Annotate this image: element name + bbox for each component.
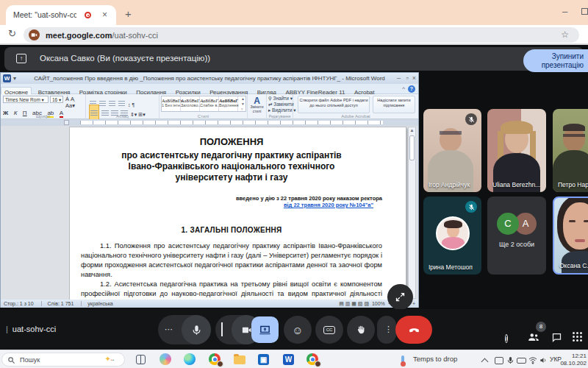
doc-title-line: ПОЛОЖЕННЯ — [81, 136, 382, 147]
new-tab-button[interactable]: + — [125, 7, 132, 20]
ruler-band — [80, 121, 383, 124]
word-maximize-button[interactable]: ▫ — [406, 74, 409, 82]
participant-tile[interactable]: Uliana Berezhn... — [487, 109, 546, 192]
captions-button[interactable]: CC — [315, 316, 343, 344]
task-view-icon[interactable] — [136, 353, 148, 366]
browser-tab[interactable]: Meet: "uat-sohv-cci" × — [6, 5, 116, 25]
camera-options-icon[interactable] — [221, 324, 223, 337]
reload-icon[interactable]: ↻ — [8, 28, 16, 39]
doc-order-link[interactable]: від 22 травня 2020 року №104"а" — [81, 202, 382, 208]
weather-text[interactable]: Temps to drop — [413, 355, 457, 363]
hair — [501, 121, 533, 134]
vertical-scrollbar[interactable]: ▲ — [408, 127, 416, 299]
window-minimize-button[interactable]: – — [562, 6, 567, 17]
mic-control[interactable]: ⋯ — [158, 315, 211, 344]
browser-toolbar: ↻ meet.google.com/uat-sohv-cci ☆ — [0, 25, 588, 45]
url-host: meet.google.com — [46, 31, 112, 40]
document-page[interactable]: ПОЛОЖЕННЯ про асистентську педагогічну п… — [69, 127, 406, 300]
activities-button[interactable] — [573, 332, 582, 342]
send-signature-button[interactable]: Надіслати запити підписання — [373, 96, 415, 113]
mic-off-badge-icon — [465, 201, 477, 213]
overflow-participants-tile[interactable]: C A Ще 2 особи — [487, 197, 546, 275]
create-pdf-button[interactable]: Створити файл Adobe PDF і надати до ньог… — [298, 96, 370, 113]
reactions-button[interactable]: ☺ — [284, 316, 312, 344]
status-language[interactable]: українська — [81, 301, 112, 306]
select-button[interactable]: ▸ Виділити ▾ — [268, 107, 295, 113]
word-quick-access-toolbar[interactable]: ▾ — [13, 75, 16, 82]
self-tile[interactable]: Оксана С... — [553, 197, 588, 275]
edge-icon[interactable] — [184, 353, 196, 366]
avatar-letter: C — [497, 213, 519, 235]
style-item-2[interactable]: АаБбВвГСлабке в... — [200, 96, 219, 111]
editing-group-label: Редагування — [267, 114, 293, 118]
style-item-0[interactable]: АаБбВвГг.1 Без інте... — [162, 96, 181, 111]
styles-gallery[interactable]: АаБбВвГг.1 Без інте... АаБбВвГЗаголово..… — [161, 96, 246, 112]
chrome-profile-icon[interactable] — [306, 353, 319, 366]
font-name-select[interactable]: Times New Rom ▾ — [3, 96, 49, 103]
tab-close-icon[interactable]: × — [102, 10, 107, 20]
style-item-1[interactable]: АаБбВвГЗаголово... — [181, 96, 200, 111]
styles-gallery-scroll[interactable]: ▲▼▿ — [241, 96, 245, 112]
raise-hand-button[interactable] — [347, 316, 375, 344]
change-styles-button[interactable]: А Змінити стилі — [248, 94, 267, 119]
participant-name: Uliana Berezhn... — [492, 181, 540, 188]
status-page: Стор.: 1 з 10 — [4, 301, 34, 306]
participant-tile[interactable]: Ігор Андрійчук — [423, 109, 481, 192]
grow-shrink-font-icons[interactable]: А́ А̦ Аа▾ — [65, 96, 85, 109]
glasses — [563, 134, 585, 137]
word-status-bar: Стор.: 1 з 10 Слів: 1 751 українська ▤ ▥… — [1, 300, 418, 308]
word-minimize-button[interactable]: – — [397, 74, 401, 82]
scroll-up-icon[interactable]: ▲ — [409, 127, 415, 134]
file-explorer-icon[interactable] — [234, 353, 246, 366]
chrome-icon[interactable] — [209, 353, 221, 366]
replace-button[interactable]: ⇄ Замінити — [268, 102, 295, 107]
url-path: /uat-sohv-cci — [112, 31, 157, 40]
ribbon-group-styles: АаБбВвГг.1 Без інте... АаБбВвГЗаголово..… — [159, 94, 248, 119]
window-maximize-button[interactable] — [581, 8, 588, 15]
url-text: meet.google.com/uat-sohv-cci — [46, 31, 158, 40]
participants-button[interactable] — [527, 332, 540, 343]
ribbon-collapse-icon[interactable]: ^ — [402, 85, 405, 92]
word-taskbar-icon[interactable]: W — [283, 353, 295, 366]
present-now-button[interactable] — [251, 316, 279, 343]
tray-expand-icon[interactable] — [482, 353, 495, 366]
tab-selector-box[interactable] — [64, 120, 69, 125]
chat-button[interactable] — [551, 332, 562, 343]
document-area[interactable]: ПОЛОЖЕННЯ про асистентську педагогічну п… — [1, 126, 418, 300]
participant-tile[interactable]: Петро Нар... — [553, 109, 588, 192]
avatar — [436, 216, 470, 250]
search-icon — [7, 356, 15, 364]
present-screen-icon: ↑ — [16, 54, 26, 63]
doc-section-heading: 1. ЗАГАЛЬНІ ПОЛОЖЕННЯ — [81, 226, 382, 234]
stop-presenting-button[interactable]: Зупинити презентацію — [523, 49, 588, 72]
style-item-3[interactable]: АаБбВвГВиділення — [219, 96, 238, 111]
tray-battery-icon[interactable] — [517, 353, 529, 366]
camera-in-use-chip-icon[interactable] — [29, 29, 40, 40]
save-app-icon[interactable]: ▣ — [258, 353, 270, 366]
mic-options-icon[interactable]: ⋯ — [165, 325, 173, 334]
participant-name: Ірина Метошоп — [429, 263, 473, 271]
doc-title-line: про асистентську педагогічну практику ас… — [81, 150, 382, 161]
horizontal-ruler[interactable] — [1, 119, 418, 126]
url-bar[interactable]: meet.google.com/uat-sohv-cci ☆ — [24, 27, 579, 43]
more-options-button[interactable]: ⋮ — [377, 316, 396, 344]
taskbar-clock[interactable]: 12:2108.10.202 — [560, 353, 587, 367]
leave-call-button[interactable] — [395, 316, 432, 344]
meeting-details-button[interactable]: i — [505, 330, 508, 344]
scrollbar-thumb[interactable] — [409, 135, 415, 160]
tray-window-icon[interactable] — [495, 353, 507, 366]
expand-presentation-button[interactable] — [387, 284, 413, 310]
mic-icon[interactable] — [182, 315, 211, 344]
find-button[interactable]: ⚲ Знайти ▾ — [268, 96, 295, 102]
font-size-select[interactable]: 16 ▾ — [50, 96, 63, 103]
copilot-icon[interactable] — [159, 353, 172, 366]
change-styles-label: Змінити стилі — [248, 105, 266, 113]
word-help-icon[interactable]: ? — [408, 85, 415, 93]
ribbon-group-editing: ⚲ Знайти ▾ ⇄ Замінити ▸ Виділити ▾ Редаг… — [267, 94, 293, 119]
bookmark-star-icon[interactable]: ☆ — [561, 29, 569, 40]
search-box[interactable]: Пошук ✦•• — [1, 353, 125, 367]
participant-tile[interactable]: Ірина Метошоп — [423, 197, 481, 275]
word-window: САЙТ_положення Про введення в дію _Полож… — [0, 72, 419, 308]
word-close-button[interactable]: × — [412, 74, 416, 82]
word-ribbon-tabs: Основне Вставлення Розмітка сторінки Пос… — [1, 84, 418, 94]
